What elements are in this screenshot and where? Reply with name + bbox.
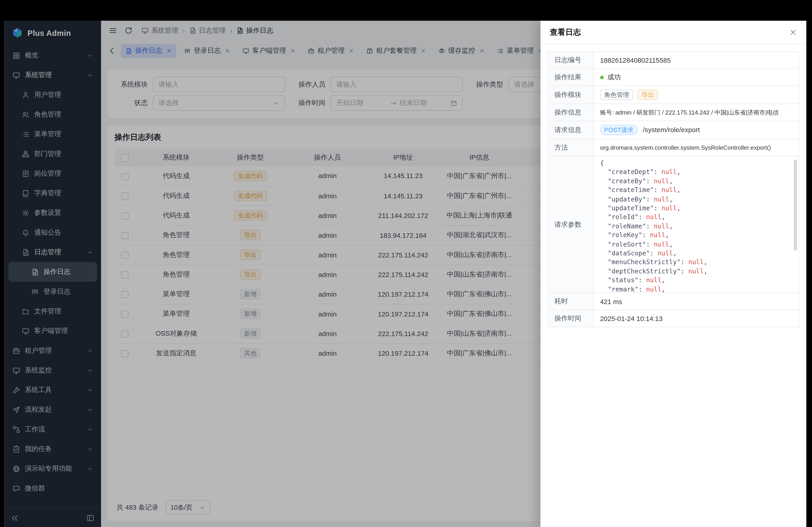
field-value: 421 ms (594, 293, 799, 310)
drawer-field-row: 耗时421 ms (548, 293, 799, 310)
scrollbar-thumb[interactable] (794, 160, 797, 251)
request-params-code[interactable]: { "createDept": null, "createBy": null, … (594, 156, 798, 292)
field-value: 角色管理导出 (594, 86, 799, 104)
field-label: 日志编号 (548, 51, 594, 69)
field-label: 操作信息 (548, 104, 594, 121)
view-log-drawer: 查看日志 日志编号1882612840802115585操作结果成功操作模块角色… (540, 21, 806, 527)
close-icon (789, 28, 797, 36)
field-label: 请求信息 (548, 121, 594, 139)
drawer-field-row: 请求信息POST请求/system/role/export (548, 121, 799, 139)
drawer-field-row: 方法org.dromara.system.controller.system.S… (548, 139, 799, 156)
field-label: 耗时 (548, 293, 594, 310)
field-value: 账号: admin / 研发部门 / 222.175.114.242 / 中国|… (594, 104, 799, 121)
field-label: 方法 (548, 139, 594, 156)
field-value: { "createDept": null, "createBy": null, … (594, 156, 799, 293)
field-value: POST请求/system/role/export (594, 121, 799, 139)
field-value: 2025-01-24 10:14:13 (594, 310, 799, 327)
field-label: 请求参数 (548, 156, 594, 293)
field-value: 成功 (594, 69, 799, 86)
module-tag: 导出 (637, 90, 658, 100)
drawer-desc-body: 日志编号1882612840802115585操作结果成功操作模块角色管理导出操… (548, 51, 799, 327)
drawer-field-row: 操作时间2025-01-24 10:14:13 (548, 310, 799, 327)
log-detail-table: 日志编号1882612840802115585操作结果成功操作模块角色管理导出操… (548, 51, 799, 327)
field-label: 操作时间 (548, 310, 594, 327)
drawer-title: 查看日志 (550, 28, 581, 37)
success-dot (600, 76, 604, 79)
request-url: /system/role/export (643, 126, 700, 133)
screen: Plus Admin 概览系统管理用户管理角色管理菜单管理部门管理岗位管理字典管… (0, 0, 812, 527)
drawer-field-row: 操作模块角色管理导出 (548, 86, 799, 104)
field-value: org.dromara.system.controller.system.Sys… (594, 139, 799, 156)
json-code: { "createDept": null, "createBy": null, … (600, 159, 790, 292)
drawer-body: 日志编号1882612840802115585操作结果成功操作模块角色管理导出操… (540, 45, 806, 527)
field-label: 操作结果 (548, 69, 594, 86)
drawer-field-row: 请求参数{ "createDept": null, "createBy": nu… (548, 156, 799, 293)
drawer-field-row: 操作结果成功 (548, 69, 799, 86)
field-label: 操作模块 (548, 86, 594, 104)
drawer-header: 查看日志 (540, 21, 806, 45)
drawer-field-row: 日志编号1882612840802115585 (548, 51, 799, 69)
http-method-tag: POST请求 (600, 125, 638, 135)
module-tag: 角色管理 (600, 90, 633, 100)
drawer-field-row: 操作信息账号: admin / 研发部门 / 222.175.114.242 /… (548, 104, 799, 121)
field-value: 1882612840802115585 (594, 51, 799, 69)
drawer-close-button[interactable] (789, 28, 797, 36)
